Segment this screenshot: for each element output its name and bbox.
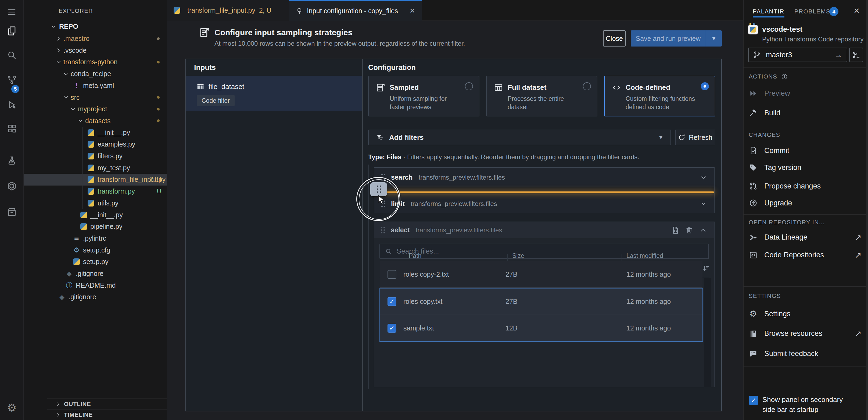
drag-handle-icon[interactable] [381,226,385,234]
tree-item--maestro[interactable]: .maestro [24,33,166,44]
action-commit[interactable]: Commit [749,146,862,155]
tree-item-myproject[interactable]: myproject [24,103,166,115]
tree-item--init-py[interactable]: __init__.py [24,127,166,139]
tree-item-examples-py[interactable]: examples.py [24,139,166,150]
panel-scrollbar[interactable] [866,0,868,420]
checkbox-checked-icon[interactable]: ✓ [388,297,396,306]
tree-item-my-test-py[interactable]: my_test.py [24,162,166,174]
repo-section-header[interactable]: REPO [51,23,78,30]
column-last-modified[interactable]: Last modified [626,252,663,260]
refresh-button[interactable]: Refresh [675,129,715,145]
action-settings[interactable]: ⚙Settings [749,309,862,318]
radio-sampled[interactable] [465,82,473,90]
close-panel-icon[interactable]: ✕ [854,6,860,15]
tree-item-setup-cfg[interactable]: ⚙setup.cfg [24,244,166,256]
checkbox-checked-icon[interactable]: ✓ [388,324,396,333]
tree-item-conda-recipe[interactable]: conda_recipe [24,68,166,80]
search-icon[interactable] [6,50,17,60]
run-debug-icon[interactable] [6,99,17,110]
tree-item-utils-py[interactable]: utils.py [24,197,166,209]
testing-icon[interactable] [6,155,17,166]
explorer-icon[interactable] [6,26,17,36]
checkbox-unchecked-icon[interactable] [388,270,396,279]
column-path[interactable]: Path [409,252,422,260]
action-build[interactable]: Build [749,108,862,118]
trash-icon[interactable] [685,226,693,234]
settings-gear-icon[interactable]: ⚙ [6,402,17,413]
filter-card-limit[interactable]: limit transforms_preview.filters.files [374,194,714,213]
action-propose-changes[interactable]: Propose changes [749,181,862,191]
option-card-full-dataset[interactable]: Full dataset Processes the entire datase… [486,76,597,116]
sort-icon[interactable] [703,265,710,272]
python-icon [88,176,94,183]
tab-palantir[interactable]: PALANTIR [753,8,784,15]
tab-input-configuration[interactable]: Input configuration - copy_files ✕ [289,0,422,21]
tree-item--init-py[interactable]: __init__.py [24,209,166,221]
chevron-up-icon[interactable] [699,226,707,234]
radio-full-dataset[interactable] [583,82,591,90]
save-dropdown-caret[interactable]: ▼ [706,30,722,47]
add-filters-dropdown[interactable]: Add filters ▼ [368,129,671,145]
tree-item-datasets[interactable]: datasets [24,115,166,127]
file-row-sample-txt[interactable]: ✓sample.txt12B12 months ago [380,315,703,341]
sampled-icon [376,83,385,92]
tree-item-meta-yaml[interactable]: !meta.yaml [24,80,166,91]
chevron-down-icon[interactable] [700,174,707,181]
chevron-down-icon[interactable] [700,200,707,207]
close-tab-icon[interactable]: ✕ [409,7,415,15]
extensions-icon[interactable] [6,123,17,134]
palantir-plugin-icon[interactable] [6,181,17,191]
tree-item-src[interactable]: src [24,91,166,103]
file-row-roles-copy-2-txt[interactable]: roles copy-2.txt27B12 months ago [380,261,703,288]
action-browse-resources[interactable]: Browse resources↗ [749,329,862,338]
column-size[interactable]: Size [512,252,524,260]
table-scrollbar[interactable] [704,278,711,387]
view-code-icon[interactable] [671,226,679,234]
filter-card-search[interactable]: search transforms_preview.filters.files [374,168,714,187]
python-icon [80,212,87,218]
chevron-down-icon[interactable] [77,118,84,124]
tree-item-transform-file-input-py[interactable]: transform_file_input.py2, U [24,174,166,185]
tree-item--gitignore[interactable]: ◆.gitignore [24,268,166,280]
option-title: Sampled [390,83,419,92]
input-item-file-dataset[interactable]: file_dataset Code filter [186,76,362,111]
tab-problems[interactable]: PROBLEMS [794,8,830,15]
chevron-down-icon[interactable] [55,59,62,65]
python-icon [88,153,94,159]
tree-item-transform-py[interactable]: transform.pyU [24,185,166,198]
checkout-arrow-icon[interactable]: → [834,50,842,59]
chevron-down-icon[interactable] [70,106,76,112]
select-card-header[interactable]: select transforms_preview.filters.files [374,222,714,238]
checkbox-checked-icon[interactable]: ✓ [749,396,758,405]
option-card-code-defined[interactable]: Code-defined Custom filtering functions … [604,76,715,116]
tree-item-filters-py[interactable]: filters.py [24,150,166,162]
tree-item--gitignore[interactable]: ◆.gitignore [24,291,166,303]
source-control-icon[interactable] [6,74,17,85]
tree-item--pylintrc[interactable]: ≡.pylintrc [24,232,166,244]
chevron-down-icon[interactable] [63,71,69,77]
action-code-repositories[interactable]: Code Repositories↗ [749,250,862,260]
chevron-right-icon[interactable] [55,47,62,54]
tree-item-transforms-python[interactable]: transforms-python [24,56,166,68]
radio-code-defined[interactable] [701,82,709,90]
tree-item-readme-md[interactable]: ⓘREADME.md [24,279,166,291]
tab-transform-file-input[interactable]: transform_file_input.py 2, U [166,0,289,21]
option-card-sampled[interactable]: Sampled Uniform sampling for faster prev… [368,76,479,116]
menu-icon[interactable] [6,7,17,18]
action-upgrade[interactable]: Upgrade [749,199,862,208]
close-button[interactable]: Close [603,30,626,47]
tree-item-setup-py[interactable]: setup.py [24,256,166,268]
action-label: Settings [764,310,790,318]
tree-item-pipeline-py[interactable]: pipeline.py [24,221,166,233]
chevron-right-icon[interactable] [55,35,62,42]
package-icon[interactable] [6,207,17,217]
tree-item--vscode[interactable]: .vscode [24,44,166,56]
new-branch-button[interactable] [849,48,863,62]
action-submit-feedback[interactable]: Submit feedback [749,349,862,358]
branch-selector[interactable]: master3 → [748,48,847,62]
chevron-down-icon[interactable] [63,94,69,100]
action-tag-version[interactable]: Tag version [749,163,862,172]
file-row-roles-copy-txt[interactable]: ✓roles copy.txt27B12 months ago [380,289,703,315]
action-data-lineage[interactable]: Data Lineage↗ [749,233,862,242]
save-run-preview-button[interactable]: Save and run preview ▼ [631,30,722,47]
